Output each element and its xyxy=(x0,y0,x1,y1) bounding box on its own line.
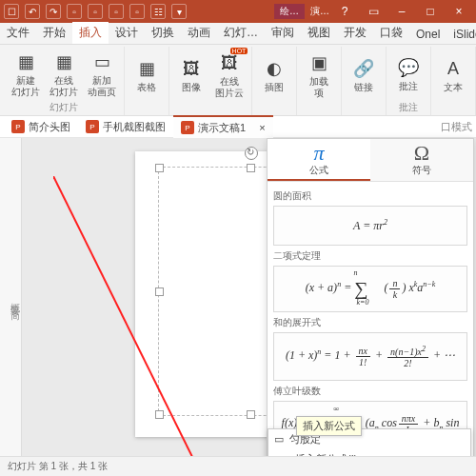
ribbon-tabs: 文件 开始 插入 设计 切换 动画 幻灯… 审阅 视图 开发 口袋 Onel i… xyxy=(0,23,476,45)
app-title: 演… xyxy=(310,5,329,18)
resize-handle[interactable] xyxy=(155,410,164,419)
comment-icon: 💬 xyxy=(397,56,420,79)
group-comment-label: 批注 xyxy=(399,101,418,115)
comment-button[interactable]: 💬批注 xyxy=(390,54,426,94)
check-icon: ▭ xyxy=(274,433,284,446)
pi-icon: π xyxy=(268,143,370,164)
qat-item[interactable]: ▫ xyxy=(67,4,82,19)
new-slide-button[interactable]: ▦新建 幻灯片 xyxy=(8,49,44,100)
link-button[interactable]: 🔗链接 xyxy=(346,55,382,95)
context-tab-label: 绘… xyxy=(274,4,305,19)
save-icon[interactable]: ☐ xyxy=(4,4,19,19)
tooltip: 插入新公式 xyxy=(296,416,362,436)
doc-tab-active[interactable]: P演示文稿1 × xyxy=(173,115,273,138)
online-image-button[interactable]: HOT🖼在线 图片云 xyxy=(211,50,248,101)
online-slide-button[interactable]: ▦在线 幻灯片 xyxy=(46,49,82,100)
redo-icon[interactable]: ↷ xyxy=(46,4,61,19)
link-icon: 🔗 xyxy=(352,57,375,80)
tab-onenote[interactable]: Onel xyxy=(409,25,446,44)
slide-counter: 幻灯片 第 1 张，共 1 张 xyxy=(8,460,108,473)
shapes-button[interactable]: ◐插图 xyxy=(256,55,292,95)
qat-item[interactable]: ▫ xyxy=(109,4,124,19)
new-slide-icon: ▦ xyxy=(14,50,37,73)
close-button[interactable]: × xyxy=(446,0,472,23)
online-slide-icon: ▦ xyxy=(52,50,75,73)
tab-dev[interactable]: 开发 xyxy=(337,22,373,44)
table-icon: ▦ xyxy=(135,57,158,80)
close-tab-icon[interactable]: × xyxy=(259,122,265,133)
cloud-image-icon: 🖼 xyxy=(218,51,241,74)
tab-review[interactable]: 审阅 xyxy=(265,22,301,44)
help-icon[interactable]: ? xyxy=(331,0,358,23)
maximize-button[interactable]: □ xyxy=(417,0,444,23)
omega-icon: Ω xyxy=(370,143,473,164)
minimize-button[interactable]: – xyxy=(388,0,415,23)
text-button[interactable]: A文本 xyxy=(435,55,471,95)
ppt-icon: P xyxy=(181,121,194,134)
resize-handle[interactable] xyxy=(247,164,255,172)
hot-badge: HOT xyxy=(230,48,248,54)
mode-label: 口模式 xyxy=(441,120,472,134)
tab-koubei[interactable]: 口袋 xyxy=(373,22,409,44)
doc-tab[interactable]: P简介头图 xyxy=(4,116,78,137)
outline-label: 概要简 xyxy=(0,138,22,458)
symbol-tab[interactable]: Ω符号 xyxy=(370,139,473,181)
ppt-icon: P xyxy=(11,120,25,133)
text-icon: A xyxy=(442,57,465,80)
tab-design[interactable]: 设计 xyxy=(109,22,145,44)
table-button[interactable]: ▦表格 xyxy=(129,55,165,95)
qat-item[interactable]: ▫ xyxy=(88,4,103,19)
qat-more-icon[interactable]: ▾ xyxy=(171,4,187,19)
slide-canvas[interactable]: π公式 Ω符号 圆的面积 A = πr2 二项式定理 (x + a)n = ∑k… xyxy=(22,138,476,458)
image-button[interactable]: 🖼图像 xyxy=(173,55,209,95)
doc-tab[interactable]: P手机截图截图 xyxy=(78,116,173,137)
tab-insert[interactable]: 插入 xyxy=(72,22,109,44)
rotate-handle[interactable] xyxy=(245,147,258,160)
equation-tab[interactable]: π公式 xyxy=(268,139,370,181)
status-bar: 幻灯片 第 1 张，共 1 张 xyxy=(0,456,476,476)
new-anim-page-button[interactable]: ▭新加 动画页 xyxy=(84,49,120,100)
document-tabs: P简介头图 P手机截图截图 P演示文稿1 × 口模式 xyxy=(0,116,476,138)
title-bar: ☐ ↶ ↷ ▫ ▫ ▫ ▫ ☷ ▾ 绘… 演… ? ▭ – □ × xyxy=(0,0,476,23)
qat-item[interactable]: ▫ xyxy=(129,4,145,19)
resize-handle[interactable] xyxy=(247,410,255,419)
shapes-icon: ◐ xyxy=(263,57,286,80)
ribbon: ▦新建 幻灯片 ▦在线 幻灯片 ▭新加 动画页 幻灯片 ▦表格 🖼图像 HOT🖼… xyxy=(0,45,476,116)
ribbon-toggle-icon[interactable]: ▭ xyxy=(360,0,387,23)
qat-item[interactable]: ☷ xyxy=(150,4,166,19)
addins-button[interactable]: ▣加载 项 xyxy=(301,50,337,101)
tab-transition[interactable]: 切换 xyxy=(145,22,181,44)
quick-access-toolbar: ☐ ↶ ↷ ▫ ▫ ▫ ▫ ☷ ▾ xyxy=(4,4,187,19)
tab-home[interactable]: 开始 xyxy=(36,22,72,44)
tab-islide[interactable]: iSlide xyxy=(446,25,476,44)
equation-item[interactable]: 和的展开式 (1 + x)n = 1 + nx1! + n(n−1)x22! +… xyxy=(273,312,467,381)
ppt-icon: P xyxy=(86,120,99,133)
group-slides-label: 幻灯片 xyxy=(50,101,78,115)
tab-animation[interactable]: 动画 xyxy=(181,22,217,44)
equation-item[interactable]: 圆的面积 A = πr2 xyxy=(273,186,467,246)
equation-item[interactable]: 二项式定理 (x + a)n = ∑k=0n(nk) xkan−k xyxy=(273,246,467,312)
resize-handle[interactable] xyxy=(155,164,164,172)
anim-page-icon: ▭ xyxy=(90,50,113,73)
image-icon: 🖼 xyxy=(180,57,203,80)
tab-file[interactable]: 文件 xyxy=(0,22,36,44)
tab-view[interactable]: 视图 xyxy=(301,22,337,44)
resize-handle[interactable] xyxy=(155,288,164,296)
workspace: 概要简 π公式 Ω符号 圆的面积 A = πr2 二项式定理 xyxy=(0,138,476,458)
addins-icon: ▣ xyxy=(307,51,330,74)
undo-icon[interactable]: ↶ xyxy=(25,4,40,19)
tab-slideshow[interactable]: 幻灯… xyxy=(217,22,265,44)
